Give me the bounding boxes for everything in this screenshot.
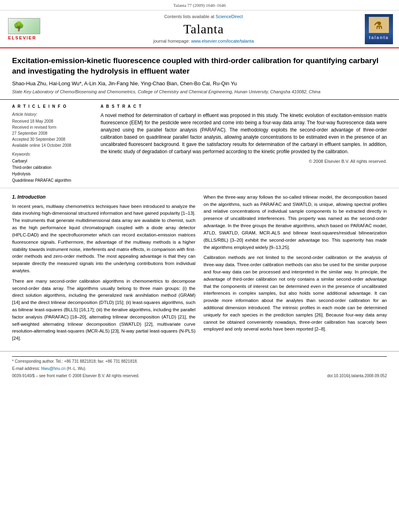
- email-suffix: (H.-L. Wu).: [67, 366, 86, 371]
- journal-citation-text: Talanta 77 (2009) 1640–1646: [173, 3, 226, 8]
- elsevier-tree-image: [8, 18, 40, 34]
- abstract-header: A B S T R A C T: [101, 104, 387, 109]
- elsevier-logo: ELSEVIER: [8, 18, 40, 40]
- received-date: Received 18 May 2008: [12, 118, 93, 124]
- copyright-notice: © 2008 Elsevier B.V. All rights reserved…: [101, 158, 387, 164]
- article-info-header: A R T I C L E I N F O: [12, 104, 93, 109]
- journal-header: ELSEVIER Contents lists available at Sci…: [0, 10, 399, 48]
- article-authors: Shao-Hua Zhu, Hai-Long Wu*, A-Lin Xia, J…: [12, 80, 387, 87]
- history-label: Article history:: [12, 112, 93, 117]
- email-address[interactable]: hlwu@hnu.cn: [41, 366, 66, 371]
- footnote-star-line: * Corresponding author. Tel.: +86 731 88…: [12, 358, 387, 364]
- article-footer: * Corresponding author. Tel.: +86 731 88…: [0, 351, 399, 381]
- keyword-hydrolysis: Hydrolysis: [12, 171, 93, 177]
- abstract-column: A B S T R A C T A novel method for deter…: [101, 104, 387, 184]
- sciencedirect-line: Contents lists available at ScienceDirec…: [164, 14, 243, 20]
- keyword-third-order: Third-order calibration: [12, 164, 93, 171]
- article-title-section: Excitation-emission-kinetic fluorescence…: [0, 48, 399, 100]
- accepted-date: Accepted 30 September 2008: [12, 136, 93, 142]
- homepage-link[interactable]: www.elsevier.com/locate/talanta: [191, 39, 254, 43]
- footer-bottom-line: 0039-9140/$ – see front matter © 2008 El…: [12, 373, 387, 379]
- intro-section-label: Introduction: [17, 194, 45, 200]
- journal-info-center: Contents lists available at ScienceDirec…: [48, 14, 359, 44]
- issn-text: 0039-9140/$ – see front matter © 2008 El…: [12, 373, 140, 379]
- article-info-abstract-section: A R T I C L E I N F O Article history: R…: [0, 100, 399, 188]
- body-section: 1. Introduction In recent years, multiwa…: [0, 188, 399, 351]
- keyword-carbaryl: Carbaryl: [12, 158, 93, 164]
- sciencedirect-link[interactable]: ScienceDirect: [216, 14, 243, 19]
- article-info-column: A R T I C L E I N F O Article history: R…: [12, 104, 93, 184]
- available-date: Available online 14 October 2008: [12, 142, 93, 148]
- article-affiliation: State Key Laboratory of Chemo/Biosensing…: [12, 89, 387, 95]
- footnote-star-text: * Corresponding author. Tel.: +86 731 88…: [12, 359, 138, 364]
- right-col-para2: Calibration methods are not limited to t…: [204, 254, 387, 333]
- intro-section-num: 1.: [12, 194, 16, 200]
- body-right-column: When the three-way array follows the so-…: [204, 194, 387, 345]
- sciencedirect-prefix: Contents lists available at: [164, 14, 216, 19]
- elsevier-wordmark: ELSEVIER: [8, 35, 40, 41]
- received-revised-label: Received in revised form: [12, 124, 93, 130]
- talanta-logo-box: talanta: [365, 14, 393, 44]
- keyword-quadrilinear: Quadrilinear PARAFAC algorithm: [12, 177, 93, 184]
- homepage-prefix: journal homepage:: [153, 39, 191, 43]
- right-col-para1: When the three-way array follows the so-…: [204, 194, 387, 251]
- email-label: E-mail address:: [12, 366, 40, 371]
- article-title: Excitation-emission-kinetic fluorescence…: [12, 55, 387, 76]
- body-left-column: 1. Introduction In recent years, multiwa…: [12, 194, 195, 345]
- keywords-label: Keywords:: [12, 152, 93, 157]
- intro-section-title: 1. Introduction: [12, 194, 195, 201]
- intro-para2: There are many second-order calibration …: [12, 278, 195, 342]
- journal-logo-right: talanta: [363, 14, 395, 44]
- doi-text: doi:10.1016/j.talanta.2008.09.052: [327, 373, 387, 379]
- email-line: E-mail address: hlwu@hnu.cn (H.-L. Wu).: [12, 366, 387, 372]
- talanta-wordmark: talanta: [369, 35, 389, 41]
- intro-para1: In recent years, multiway chemometrics t…: [12, 203, 195, 275]
- journal-title: Talanta: [183, 20, 224, 38]
- journal-citation: Talanta 77 (2009) 1640–1646: [0, 0, 399, 10]
- talanta-logo-image: [369, 17, 389, 33]
- footer-divider: [12, 356, 387, 357]
- publisher-logo-area: ELSEVIER: [4, 14, 44, 44]
- article-history-group: Article history: Received 18 May 2008 Re…: [12, 112, 93, 148]
- abstract-text: A novel method for determination of carb…: [101, 112, 387, 155]
- received-revised-date: 27 September 2008: [12, 130, 93, 136]
- journal-homepage-line: journal homepage: www.elsevier.com/locat…: [153, 38, 254, 44]
- keywords-section: Keywords: Carbaryl Third-order calibrati…: [12, 152, 93, 184]
